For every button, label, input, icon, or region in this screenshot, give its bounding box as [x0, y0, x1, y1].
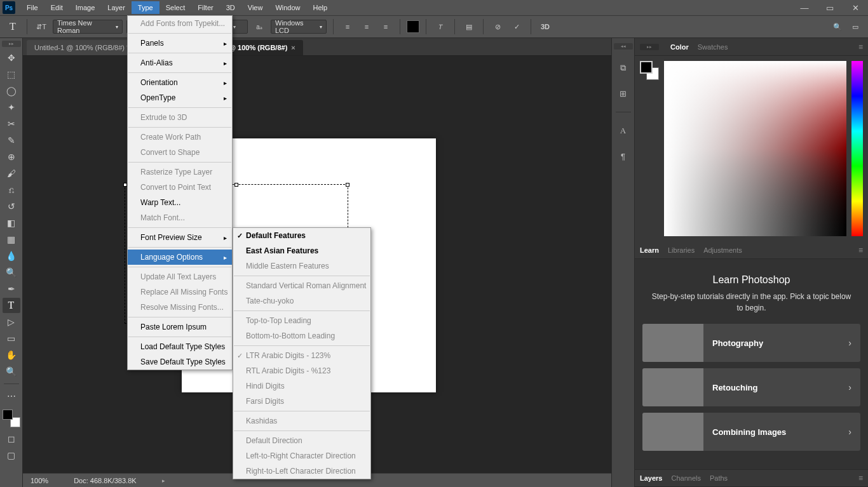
learn-panel-tabs: Learn Libraries Adjustments ≡	[635, 241, 868, 259]
blur-tool[interactable]: 💧	[3, 248, 20, 264]
foreground-background-colors[interactable]	[3, 410, 20, 427]
tab-color[interactable]: Color	[670, 43, 689, 51]
eraser-tool[interactable]: ◧	[3, 215, 20, 230]
menu-item[interactable]: Warp Text...	[128, 195, 232, 210]
learn-card[interactable]: Retouching›	[642, 368, 860, 406]
menu-layer[interactable]: Layer	[101, 1, 132, 14]
expand-toggle[interactable]: ◂◂	[614, 43, 633, 50]
panel-menu-icon[interactable]: ≡	[858, 43, 863, 51]
hue-slider[interactable]	[851, 61, 863, 236]
menu-item: Convert to Point Text	[128, 180, 232, 195]
card-thumbnail	[642, 413, 703, 451]
panel-menu-icon[interactable]: ≡	[858, 246, 863, 255]
antialias-dropdown[interactable]: Windows LCD▾	[271, 20, 327, 34]
zoom-level[interactable]: 100%	[31, 477, 48, 484]
zoom-tool[interactable]: 🔍	[3, 364, 20, 379]
stamp-tool[interactable]: ⎌	[3, 182, 20, 197]
properties-panel-icon[interactable]: ⊞	[616, 86, 630, 100]
cancel-button[interactable]: ⊘	[490, 19, 505, 34]
menu-view[interactable]: View	[241, 1, 269, 14]
character-panel-icon[interactable]: A	[616, 124, 630, 138]
lasso-tool[interactable]: ◯	[3, 83, 20, 98]
menu-filter[interactable]: Filter	[191, 1, 219, 14]
warp-text-button[interactable]: 𝘛	[433, 19, 448, 34]
menu-image[interactable]: Image	[69, 1, 102, 14]
menu-item[interactable]: OpenType	[128, 90, 232, 105]
history-panel-icon[interactable]: ⧉	[616, 61, 630, 75]
menu-item[interactable]: Load Default Type Styles	[128, 339, 232, 354]
tab-libraries[interactable]: Libraries	[668, 246, 695, 254]
brush-tool[interactable]: 🖌	[3, 166, 20, 181]
menu-item[interactable]: Save Default Type Styles	[128, 354, 232, 370]
quick-select-tool[interactable]: ✦	[3, 100, 20, 115]
rectangle-tool[interactable]: ▭	[3, 331, 20, 346]
history-brush-tool[interactable]: ↺	[3, 199, 20, 214]
screenmode-button[interactable]: ▢	[3, 448, 20, 463]
menu-item[interactable]: Paste Lorem Ipsum	[128, 319, 232, 335]
align-center-button[interactable]: ≡	[359, 19, 374, 34]
quickmask-button[interactable]: ◻	[3, 431, 20, 446]
learn-card[interactable]: Combining Images›	[642, 413, 860, 451]
menu-window[interactable]: Window	[269, 1, 306, 14]
tab-learn[interactable]: Learn	[640, 246, 659, 254]
panel-menu-icon[interactable]: ≡	[858, 474, 863, 483]
tab-swatches[interactable]: Swatches	[698, 43, 728, 51]
healing-tool[interactable]: ⊕	[3, 149, 20, 164]
card-thumbnail	[642, 368, 703, 406]
search-icon[interactable]: 🔍	[830, 19, 845, 34]
hand-tool[interactable]: ✋	[3, 347, 20, 363]
menu-help[interactable]: Help	[307, 1, 334, 14]
menu-select[interactable]: Select	[159, 1, 192, 14]
workspace-button[interactable]: ▭	[848, 19, 863, 34]
color-field[interactable]	[664, 61, 846, 236]
submenu-item[interactable]: Default Features	[233, 228, 370, 243]
eyedropper-tool[interactable]: ✎	[3, 133, 20, 148]
align-left-button[interactable]: ≡	[340, 19, 355, 34]
menu-type[interactable]: Type	[132, 1, 159, 14]
align-right-button[interactable]: ≡	[378, 19, 393, 34]
threeD-button[interactable]: 3D	[538, 19, 553, 34]
minimize-button[interactable]: —	[792, 3, 817, 13]
marquee-tool[interactable]: ⬚	[3, 67, 20, 82]
submenu-item: Hindi Digits	[233, 378, 370, 394]
path-select-tool[interactable]: ▷	[3, 314, 20, 330]
submenu-item[interactable]: East Asian Features	[233, 243, 370, 258]
pen-tool[interactable]: ✒	[3, 281, 20, 297]
learn-card[interactable]: Photography›	[642, 324, 860, 362]
tab-paths[interactable]: Paths	[710, 474, 728, 482]
menu-file[interactable]: File	[20, 1, 44, 14]
type-tool[interactable]: T	[3, 298, 20, 313]
menu-item: Create Work Path	[128, 130, 232, 145]
edit-toolbar-button[interactable]: ⋯	[3, 389, 20, 404]
dodge-tool[interactable]: 🔍	[3, 265, 20, 280]
type-menu-dropdown: Add Fonts from Typekit...PanelsAnti-Alia…	[127, 15, 233, 370]
gradient-tool[interactable]: ▦	[3, 232, 20, 247]
tab-adjustments[interactable]: Adjustments	[703, 246, 742, 254]
text-color-swatch[interactable]	[407, 20, 419, 33]
close-button[interactable]: ✕	[843, 3, 868, 13]
character-panel-button[interactable]: ▤	[461, 19, 477, 34]
move-tool[interactable]: ✥	[3, 50, 20, 65]
crop-tool[interactable]: ✂	[3, 116, 20, 131]
menu-edit[interactable]: Edit	[44, 1, 69, 14]
tab-layers[interactable]: Layers	[640, 474, 662, 482]
menu-item[interactable]: Anti-Alias	[128, 55, 232, 70]
antialias-label: aₐ	[252, 19, 267, 34]
tab-channels[interactable]: Channels	[671, 474, 700, 482]
menu-item[interactable]: Language Options	[128, 250, 232, 265]
menu-item[interactable]: Orientation	[128, 75, 232, 90]
submenu-item: Right-to-Left Character Direction	[233, 464, 370, 479]
maximize-button[interactable]: ▭	[817, 3, 843, 13]
collapse-toggle[interactable]: ▸▸	[640, 44, 659, 50]
close-icon[interactable]: ×	[291, 44, 295, 51]
menu-3d[interactable]: 3D	[220, 1, 241, 14]
collapse-toggle[interactable]: ▸▸	[2, 41, 21, 47]
menu-item[interactable]: Font Preview Size	[128, 230, 232, 245]
font-family-dropdown[interactable]: Times New Roman▾	[53, 20, 123, 34]
card-label: Retouching	[703, 383, 839, 392]
commit-button[interactable]: ✓	[509, 19, 524, 34]
color-fg-bg[interactable]	[640, 61, 659, 80]
toggle-orientation-button[interactable]: ⇵T	[34, 19, 49, 34]
paragraph-panel-icon[interactable]: ¶	[616, 149, 630, 163]
menu-item[interactable]: Panels	[128, 36, 232, 51]
